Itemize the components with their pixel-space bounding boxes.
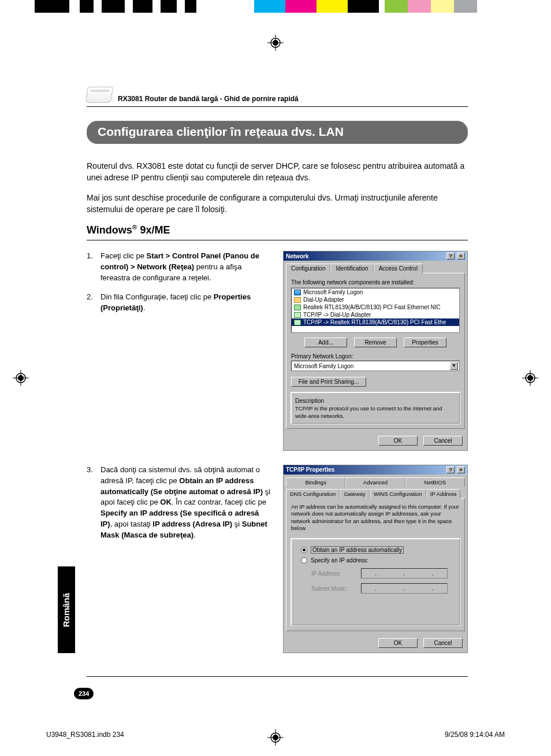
components-listbox[interactable]: Microsoft Family Logon Dial-Up Adapter R… xyxy=(291,288,460,333)
tab-netbios[interactable]: NetBIOS xyxy=(405,477,465,487)
intro-paragraph-1: Routerul dvs. RX3081 este dotat cu funcţ… xyxy=(87,160,468,184)
ip-address-input[interactable]: ... xyxy=(361,568,448,579)
description-label: Description xyxy=(295,398,456,404)
dropdown-value: Microsoft Family Logon xyxy=(294,363,353,369)
tab-wins[interactable]: WINS Configuration xyxy=(370,489,426,499)
language-label: Română xyxy=(62,592,72,627)
window-title: Network xyxy=(286,253,308,260)
radio-specify[interactable]: Specify an IP address: xyxy=(301,557,456,564)
components-label: The following network components are ins… xyxy=(291,279,460,286)
client-icon xyxy=(294,290,301,295)
network-dialog-screenshot: Network ? × Configuration Identification… xyxy=(283,251,468,451)
step-text: şi xyxy=(232,520,242,528)
window-title: TCP/IP Properties xyxy=(286,466,334,473)
radio-label: Specify an IP address: xyxy=(311,557,368,564)
step-1: 1. Faceţi clic pe Start > Control Panel … xyxy=(87,251,273,284)
router-icon xyxy=(85,87,113,103)
step-text: , apoi tastaţi xyxy=(110,520,153,528)
close-button[interactable]: × xyxy=(457,466,465,473)
list-item[interactable]: Dial-Up Adapter xyxy=(303,297,344,303)
titlebar: TCP/IP Properties ? × xyxy=(284,465,467,475)
tab-dns[interactable]: DNS Configuration xyxy=(286,489,340,499)
step-text: . xyxy=(143,303,146,312)
step-body: Faceţi clic pe Start > Control Panel (Pa… xyxy=(100,251,273,284)
radio-icon xyxy=(301,557,307,564)
radio-icon xyxy=(301,547,307,553)
subnet-mask-input[interactable]: ... xyxy=(361,583,448,594)
ok-button[interactable]: OK xyxy=(378,436,418,446)
step-text: Faceţi clic pe xyxy=(100,251,146,260)
step-bold: OK xyxy=(160,498,172,506)
footer-file: U3948_RS3081.indb 234 xyxy=(46,731,124,739)
tab-ip-address[interactable]: IP Address xyxy=(426,489,461,499)
print-color-bar xyxy=(0,0,551,13)
intro-paragraph-2: Mai jos sunt deschise procedurile de con… xyxy=(87,192,468,216)
section-heading: Configurarea clienţilor în reţeaua dvs. … xyxy=(87,121,468,144)
step-text: . xyxy=(193,531,196,539)
description-text: TCP/IP is the protocol you use to connec… xyxy=(295,405,456,420)
close-button[interactable]: × xyxy=(457,253,465,260)
chevron-down-icon[interactable]: ▼ xyxy=(450,362,458,370)
list-item[interactable]: Realtek RTL8139(A/B/C/8130) PCI Fast Eth… xyxy=(303,304,441,310)
step-text: . În caz contrar, faceţi clic pe xyxy=(172,498,266,506)
tab-bindings[interactable]: Bindings xyxy=(286,477,345,487)
list-item[interactable]: Microsoft Family Logon xyxy=(303,289,363,295)
nic-icon xyxy=(294,305,301,310)
ip-description: An IP address can be automatically assig… xyxy=(291,503,460,532)
radio-obtain-auto[interactable]: Obtain an IP address automatically xyxy=(301,546,456,554)
document-title: RX3081 Router de bandă largă - Ghid de p… xyxy=(118,95,299,103)
protocol-icon xyxy=(294,320,301,325)
ok-button[interactable]: OK xyxy=(378,638,418,648)
radio-label: Obtain an IP address automatically xyxy=(311,546,404,554)
properties-button[interactable]: Properties xyxy=(404,338,446,347)
help-button[interactable]: ? xyxy=(446,253,455,260)
step-number: 3. xyxy=(87,465,100,541)
step-body: Din fila Configuraţie, faceţi clic pe Pr… xyxy=(100,292,273,314)
cancel-button[interactable]: Cancel xyxy=(423,638,463,648)
protocol-icon xyxy=(294,312,301,318)
footer-date: 9/25/08 9:14:04 AM xyxy=(445,731,505,739)
adapter-icon xyxy=(294,297,301,303)
tab-identification[interactable]: Identification xyxy=(330,264,373,273)
language-tab: Română xyxy=(58,566,75,653)
subheading-prefix: Windows xyxy=(87,224,132,236)
step-2: 2. Din fila Configuraţie, faceţi clic pe… xyxy=(87,292,273,314)
print-footer: U3948_RS3081.indb 234 9/25/08 9:14:04 AM xyxy=(46,731,505,739)
page-number-badge: 234 xyxy=(74,688,94,699)
registration-mark-icon xyxy=(13,370,29,386)
tab-access-control[interactable]: Access Control xyxy=(374,264,423,273)
os-subheading: Windows® 9x/ME xyxy=(87,223,468,240)
registration-mark-icon xyxy=(267,35,284,51)
registration-mark-icon xyxy=(522,370,538,386)
cancel-button[interactable]: Cancel xyxy=(423,436,463,446)
titlebar: Network ? × xyxy=(284,251,467,261)
step-body: Dacă doriţi ca sistemul dvs. să obţină a… xyxy=(100,465,273,541)
list-item[interactable]: TCP/IP -> Dial-Up Adapter xyxy=(303,312,371,318)
add-button[interactable]: Add... xyxy=(304,338,347,347)
ip-address-label: IP Address: xyxy=(311,570,352,577)
tab-gateway[interactable]: Gateway xyxy=(340,489,370,499)
step-number: 2. xyxy=(87,292,100,314)
tab-advanced[interactable]: Advanced xyxy=(345,477,405,487)
page-header: RX3081 Router de bandă largă - Ghid de p… xyxy=(87,87,468,107)
remove-button[interactable]: Remove xyxy=(354,338,397,347)
step-number: 1. xyxy=(87,251,100,284)
primary-logon-dropdown[interactable]: Microsoft Family Logon ▼ xyxy=(291,361,460,371)
list-item-selected[interactable]: TCP/IP -> Realtek RTL8139(A/B/C/8130) PC… xyxy=(303,319,446,325)
footer-rule xyxy=(87,676,468,677)
step-3: 3. Dacă doriţi ca sistemul dvs. să obţin… xyxy=(87,465,273,541)
subheading-suffix: 9x/ME xyxy=(137,224,170,236)
file-print-sharing-button[interactable]: File and Print Sharing... xyxy=(291,377,366,387)
tab-configuration[interactable]: Configuration xyxy=(286,264,330,273)
step-text: Din fila Configuraţie, faceţi clic pe xyxy=(100,292,214,301)
help-button[interactable]: ? xyxy=(446,466,455,473)
step-bold: IP address (Adresa IP) xyxy=(152,520,232,528)
primary-logon-label: Primary Network Logon: xyxy=(291,353,460,360)
page-content: RX3081 Router de bandă largă - Ghid de p… xyxy=(87,87,468,667)
subnet-mask-label: Subnet Mask: xyxy=(311,585,352,592)
tcpip-properties-screenshot: TCP/IP Properties ? × Bindings Advanced … xyxy=(283,465,468,653)
